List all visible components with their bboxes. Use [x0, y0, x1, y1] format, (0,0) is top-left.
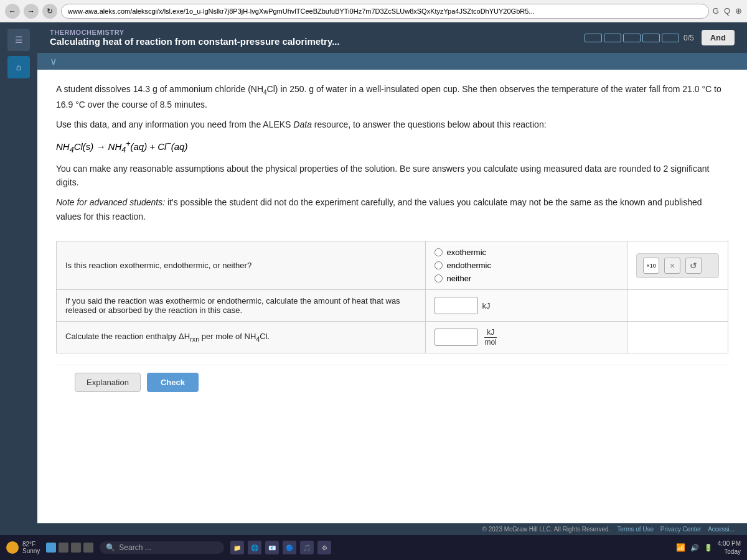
expand-row: ∨ [37, 53, 747, 70]
back-button[interactable]: ← [5, 4, 20, 19]
clock-date: Today [718, 548, 741, 556]
windows-icon[interactable] [46, 543, 56, 553]
undo-button[interactable]: ↺ [685, 258, 702, 274]
chemical-equation: NH4Cl(s) → NH4+(aq) + Cl−(aq) [56, 139, 728, 154]
sound-icon: 🔊 [690, 544, 699, 552]
extensions-icon[interactable]: ⊕ [735, 6, 742, 16]
taskbar-start [46, 543, 93, 553]
radio-group: exothermic endothermic neither [435, 248, 618, 283]
weather-sun-icon [6, 541, 19, 554]
radio-exothermic-input[interactable] [435, 248, 443, 256]
google-icon[interactable]: G [713, 6, 719, 16]
extra-cell-3 [627, 322, 728, 353]
clear-button[interactable]: × [664, 258, 680, 274]
progress-boxes: 0/5 [585, 34, 694, 42]
taskbar-app-4[interactable]: 🔵 [283, 541, 296, 554]
access-link[interactable]: Accessi... [708, 526, 735, 533]
taskbar-app-1[interactable]: 📁 [230, 541, 244, 554]
header-left: THERMOCHEMISTRY Calculating heat of reac… [50, 29, 340, 47]
problem-content: A student dissolves 14.3 g of ammonium c… [37, 70, 747, 523]
x10-button[interactable]: ×10 [643, 258, 659, 274]
progress-box-3 [623, 34, 641, 42]
radio-neither-input[interactable] [435, 274, 443, 282]
copyright-text: © 2023 McGraw Hill LLC. All Rights Reser… [482, 526, 611, 533]
search-icon[interactable]: Q [724, 6, 730, 16]
radio-neither-label: neither [446, 274, 471, 283]
sidebar-menu-icon[interactable]: ☰ [7, 29, 30, 51]
progress-box-4 [642, 34, 660, 42]
header-title: Calculating heat of reaction from consta… [50, 36, 340, 47]
expand-button[interactable]: ∨ [50, 55, 57, 67]
terms-link[interactable]: Terms of Use [617, 526, 654, 533]
numerator-label: kJ [484, 328, 497, 337]
explanation-button[interactable]: Explanation [75, 373, 141, 392]
problem-note-advanced: Note for advanced students: it's possibl… [56, 195, 728, 223]
question-2: If you said the reaction was exothermic … [57, 290, 426, 322]
table-row-3: Calculate the reaction enthalpy ΔHrxn pe… [57, 322, 728, 353]
search-icon-taskbar: 🔍 [106, 543, 115, 552]
content-area: THERMOCHEMISTRY Calculating heat of reac… [37, 22, 747, 535]
heat-amount-input[interactable] [435, 297, 478, 314]
taskbar-icon-3[interactable] [71, 543, 81, 553]
radio-neither[interactable]: neither [435, 274, 618, 283]
and-button[interactable]: And [702, 30, 735, 45]
taskbar-icon-2[interactable] [59, 543, 68, 553]
battery-icon: 🔋 [704, 544, 713, 552]
browser-icons: G Q ⊕ [713, 6, 742, 16]
progress-label: 0/5 [684, 34, 694, 42]
taskbar-app-6[interactable]: ⚙ [317, 541, 331, 554]
taskbar-icon-4[interactable] [83, 543, 93, 553]
enthalpy-input[interactable] [435, 329, 478, 346]
table-wrapper: Is this reaction exothermic, endothermic… [56, 230, 728, 365]
radio-endothermic-label: endothermic [446, 261, 491, 270]
copyright-bar: © 2023 McGraw Hill LLC. All Rights Reser… [37, 523, 747, 535]
sidebar-home-icon[interactable]: ⌂ [7, 56, 30, 78]
radio-exothermic-label: exothermic [446, 248, 486, 257]
question-3: Calculate the reaction enthalpy ΔHrxn pe… [57, 322, 426, 353]
footer-buttons: Explanation Check [56, 365, 728, 399]
url-bar[interactable] [61, 4, 709, 19]
clock-time: 4:00 PM [718, 539, 741, 548]
answer-1: exothermic endothermic neither [426, 241, 627, 290]
question-1: Is this reaction exothermic, endothermic… [57, 241, 426, 290]
taskbar: 82°F Sunny 🔍 Search ... 📁 🌐 📧 🔵 🎵 ⚙ 📶 🔊 … [0, 535, 747, 560]
taskbar-app-2[interactable]: 🌐 [248, 541, 261, 554]
sidebar: ☰ ⌂ [0, 22, 37, 535]
check-button[interactable]: Check [147, 373, 199, 392]
progress-box-2 [604, 34, 621, 42]
wifi-icon: 📶 [676, 543, 685, 552]
x10-icon: ×10 [647, 263, 656, 269]
toolbar-panel-1: ×10 × ↺ [636, 253, 719, 278]
table-row-1: Is this reaction exothermic, endothermic… [57, 241, 728, 290]
answer-3: kJ mol [426, 322, 627, 353]
fraction-unit: kJ mol [482, 328, 499, 347]
kj-unit-label: kJ [482, 301, 490, 310]
weather-widget: 82°F Sunny [6, 541, 40, 554]
subject-label: THERMOCHEMISTRY [50, 29, 340, 36]
problem-note-1: You can make any reasonable assumptions … [56, 162, 728, 190]
answer-2: kJ [426, 290, 627, 322]
refresh-button[interactable]: ↻ [42, 4, 57, 19]
taskbar-app-5[interactable]: 🎵 [300, 541, 314, 554]
taskbar-right: 📶 🔊 🔋 4:00 PM Today [676, 539, 741, 556]
privacy-link[interactable]: Privacy Center [660, 526, 702, 533]
taskbar-app-3[interactable]: 📧 [265, 541, 279, 554]
data-table: Is this reaction exothermic, endothermic… [56, 241, 728, 353]
table-row-2: If you said the reaction was exothermic … [57, 290, 728, 322]
weather-info: 82°F Sunny [22, 541, 40, 554]
radio-endothermic[interactable]: endothermic [435, 261, 618, 270]
forward-button[interactable]: → [24, 4, 39, 19]
toolbar-cell-1: ×10 × ↺ [627, 241, 728, 290]
denominator-label: mol [482, 338, 499, 347]
taskbar-search[interactable]: 🔍 Search ... [100, 541, 224, 554]
condition-label: Sunny [22, 548, 40, 554]
header-right: 0/5 And [585, 30, 735, 45]
temperature-label: 82°F [22, 541, 40, 548]
extra-cell-2 [627, 290, 728, 322]
problem-text-3: Use this data, and any information you n… [56, 118, 728, 131]
radio-endothermic-input[interactable] [435, 261, 443, 269]
problem-text-1: A student dissolves 14.3 g of ammonium c… [56, 82, 728, 111]
browser-bar: ← → ↻ G Q ⊕ [0, 0, 747, 22]
time-display: 4:00 PM Today [718, 539, 741, 556]
radio-exothermic[interactable]: exothermic [435, 248, 618, 257]
